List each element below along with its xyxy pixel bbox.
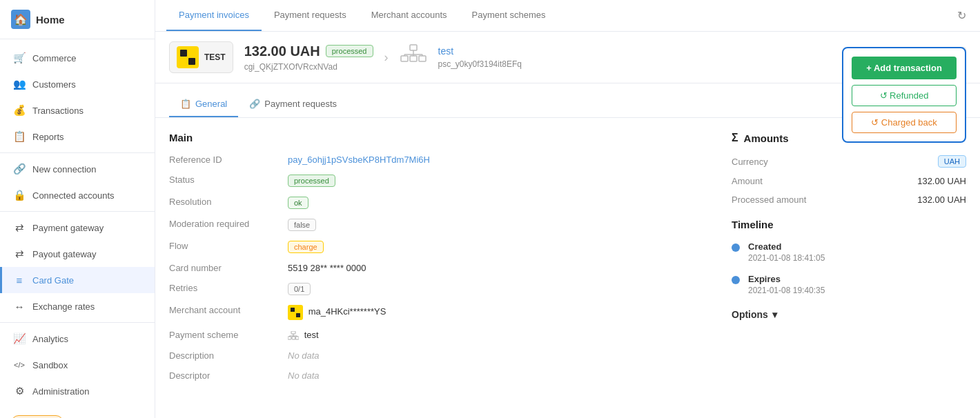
- svg-rect-7: [419, 56, 426, 61]
- sidebar-divider-1: [0, 152, 155, 153]
- status-badge: processed: [288, 175, 335, 187]
- tab-payment-schemes[interactable]: Payment schemes: [460, 0, 558, 31]
- sub-tab-general[interactable]: 📋 General: [169, 92, 238, 117]
- sidebar-item-payment-gateway[interactable]: ⇄ Payment gateway: [0, 215, 155, 241]
- currency-label: Currency: [732, 157, 768, 167]
- svg-rect-16: [291, 331, 295, 334]
- test-mode-badge[interactable]: Test mode: [11, 415, 63, 418]
- sidebar: 🏠 Home 🛒 Commerce 👥 Customers 💰 Transact…: [0, 0, 155, 418]
- merchant-account-logo: [288, 305, 303, 320]
- svg-rect-19: [295, 337, 299, 339]
- options-section[interactable]: Options ▾: [732, 309, 966, 320]
- scheme-block: test psc_y0ky0f3194it8EFq: [438, 46, 522, 69]
- sidebar-item-exchange-rates[interactable]: ↔ Exchange rates: [0, 293, 155, 319]
- field-retries: Retries 0/1: [169, 283, 704, 295]
- payment-scheme-value: test: [304, 330, 319, 340]
- timeline-expires: Expires 2021-01-08 19:40:35: [732, 274, 966, 295]
- sigma-icon: Σ: [732, 132, 738, 144]
- processed-amount-value: 132.00 UAH: [917, 195, 966, 205]
- retries-badge: 0/1: [288, 283, 311, 295]
- scheme-id: psc_y0ky0f3194it8EFq: [438, 59, 522, 69]
- connected-accounts-icon: 🔒: [13, 189, 26, 201]
- svg-rect-13: [296, 308, 300, 312]
- sidebar-item-analytics[interactable]: 📈 Analytics: [0, 326, 155, 352]
- sidebar-item-sandbox[interactable]: </> Sandbox: [0, 352, 155, 378]
- scheme-name[interactable]: test: [438, 46, 522, 57]
- field-resolution: Resolution ok: [169, 197, 704, 209]
- options-label: Options: [732, 309, 768, 320]
- timeline-expires-content: Expires 2021-01-08 19:40:35: [748, 274, 825, 295]
- field-reference-id: Reference ID pay_6ohjj1pSVsbeKP8HTdm7Mi6…: [169, 155, 704, 165]
- test-mode-toggle[interactable]: Test mode: [0, 410, 155, 418]
- field-moderation-required: Moderation required false: [169, 219, 704, 231]
- home-label: Home: [36, 14, 65, 26]
- svg-rect-15: [296, 313, 300, 317]
- sidebar-item-new-connection[interactable]: 🔗 New connection: [0, 156, 155, 182]
- sidebar-item-payout-gateway[interactable]: ⇄ Payout gateway: [0, 241, 155, 267]
- chargeback-button[interactable]: ↺ Charged back: [852, 112, 957, 133]
- tab-merchant-accounts[interactable]: Merchant accounts: [359, 0, 460, 31]
- main-content: Payment invoices Payment requests Mercha…: [155, 0, 980, 418]
- administration-icon: ⚙: [13, 385, 26, 397]
- general-tab-label: General: [195, 99, 227, 109]
- merchant-logo: [177, 46, 199, 68]
- field-card-number: Card number 5519 28** **** 0000: [169, 263, 704, 273]
- invoice-amount: 132.00 UAH: [244, 43, 320, 59]
- tab-payment-invoices[interactable]: Payment invoices: [166, 0, 262, 31]
- svg-rect-14: [291, 313, 295, 317]
- main-section-title: Main: [169, 132, 704, 143]
- field-value-merchant-account: ma_4HKci*******YS: [288, 305, 704, 320]
- invoice-amount-block: 132.00 UAH processed cgi_QKjZTXOfVRcxNVa…: [244, 43, 373, 72]
- field-label-reference-id: Reference ID: [169, 155, 280, 165]
- exchange-rates-icon: ↔: [13, 300, 26, 312]
- svg-rect-0: [180, 50, 187, 57]
- sidebar-item-customers[interactable]: 👥 Customers: [0, 71, 155, 97]
- field-label-moderation-required: Moderation required: [169, 219, 280, 229]
- field-merchant-account: Merchant account ma_4HKci*******YS: [169, 305, 704, 320]
- sidebar-logo[interactable]: 🏠 Home: [0, 0, 155, 39]
- field-value-description: No data: [288, 350, 704, 361]
- sidebar-item-connected-accounts[interactable]: 🔒 Connected accounts: [0, 182, 155, 208]
- sidebar-item-commerce-label: Commerce: [32, 53, 77, 63]
- sidebar-item-payout-gateway-label: Payout gateway: [32, 249, 97, 259]
- field-label-payment-scheme: Payment scheme: [169, 330, 280, 340]
- sidebar-item-commerce[interactable]: 🛒 Commerce: [0, 45, 155, 71]
- processed-amount-label: Processed amount: [732, 195, 806, 205]
- field-label-status: Status: [169, 175, 280, 185]
- tab-payment-requests[interactable]: Payment requests: [262, 0, 359, 31]
- sidebar-item-customers-label: Customers: [32, 79, 76, 90]
- field-label-retries: Retries: [169, 283, 280, 293]
- merchant-name: TEST: [204, 52, 226, 62]
- refresh-icon[interactable]: ↻: [954, 6, 969, 25]
- field-label-description: Description: [169, 350, 280, 361]
- timeline-dot-created: [732, 243, 740, 252]
- sidebar-item-transactions[interactable]: 💰 Transactions: [0, 97, 155, 123]
- refunded-button[interactable]: ↺ Refunded: [852, 85, 957, 106]
- field-value-reference-id[interactable]: pay_6ohjj1pSVsbeKP8HTdm7Mi6H: [288, 155, 704, 165]
- payment-requests-tab-icon: 🔗: [249, 99, 260, 109]
- sidebar-item-card-gate[interactable]: ≡ Card Gate: [0, 267, 155, 293]
- timeline-expires-time: 2021-01-08 19:40:35: [748, 286, 825, 295]
- sidebar-item-reports[interactable]: 📋 Reports: [0, 123, 155, 150]
- sidebar-item-transactions-label: Transactions: [32, 106, 84, 116]
- svg-rect-18: [292, 337, 295, 339]
- sidebar-item-new-connection-label: New connection: [32, 164, 97, 175]
- tabs-left: Payment invoices Payment requests Mercha…: [166, 0, 558, 31]
- timeline-created: Created 2021-01-08 18:41:05: [732, 241, 966, 263]
- field-value-payment-scheme: test: [288, 330, 704, 341]
- content-columns: Main Reference ID pay_6ohjj1pSVsbeKP8HTd…: [155, 118, 980, 404]
- field-label-flow: Flow: [169, 241, 280, 251]
- reports-icon: 📋: [13, 130, 26, 143]
- payout-gateway-icon: ⇄: [13, 248, 26, 260]
- svg-rect-17: [288, 337, 291, 339]
- payment-gateway-icon: ⇄: [13, 221, 26, 234]
- sub-tab-payment-requests[interactable]: 🔗 Payment requests: [238, 92, 348, 117]
- sidebar-item-reports-label: Reports: [32, 132, 64, 142]
- svg-rect-3: [188, 58, 195, 65]
- sidebar-item-analytics-label: Analytics: [32, 334, 68, 344]
- chevron-down-icon: ▾: [772, 309, 777, 320]
- sidebar-item-administration[interactable]: ⚙ Administration: [0, 378, 155, 404]
- svg-rect-2: [180, 58, 187, 65]
- amount-currency-row: Currency UAH: [732, 155, 966, 168]
- add-transaction-button[interactable]: + Add transaction: [852, 57, 957, 79]
